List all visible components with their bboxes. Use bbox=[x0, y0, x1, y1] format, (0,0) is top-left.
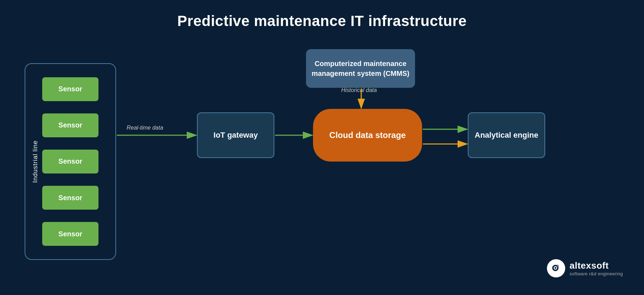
diagram-area: Industrial line Sensor Sensor Sensor Sen… bbox=[0, 42, 644, 295]
altexsoft-text-block: altexsoft software r&d engineering bbox=[569, 260, 623, 276]
svg-point-12 bbox=[557, 266, 558, 267]
sensor-2: Sensor bbox=[42, 113, 98, 137]
iot-gateway-box: IoT gateway bbox=[197, 112, 274, 158]
sensor-5: Sensor bbox=[42, 222, 98, 246]
sensor-3: Sensor bbox=[42, 150, 98, 173]
real-time-label: Real-time data bbox=[127, 125, 163, 131]
analytical-engine-box: Analytical engine bbox=[468, 112, 545, 158]
altexsoft-logo: altexsoft software r&d engineering bbox=[547, 259, 623, 277]
sensor-4: Sensor bbox=[42, 186, 98, 210]
svg-point-10 bbox=[555, 267, 556, 269]
altexsoft-icon bbox=[547, 259, 565, 277]
industrial-line-label: Industrial line bbox=[32, 140, 39, 183]
page-title: Predictive maintenance IT infrastructure bbox=[0, 0, 644, 29]
cloud-storage-box: Cloud data storage bbox=[313, 109, 422, 162]
altexsoft-name: altexsoft bbox=[569, 260, 623, 271]
sensor-1: Sensor bbox=[42, 77, 98, 101]
industrial-line-container: Industrial line Sensor Sensor Sensor Sen… bbox=[25, 63, 116, 260]
historical-data-label: Historical data bbox=[341, 87, 377, 93]
cmms-box: Computerized maintenance management syst… bbox=[306, 49, 415, 88]
altexsoft-subtitle: software r&d engineering bbox=[569, 271, 623, 276]
